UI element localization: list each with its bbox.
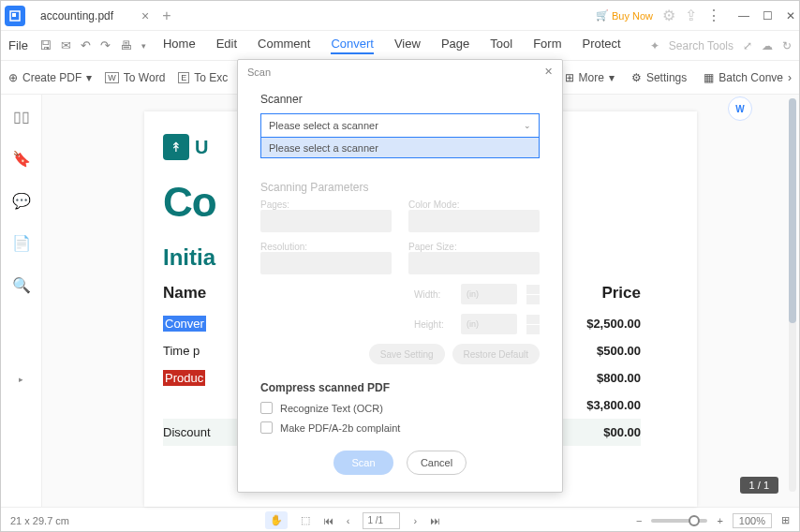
scanner-option[interactable]: Please select a scanner <box>260 138 540 158</box>
more-button[interactable]: ⊞ More ▾ <box>565 71 615 84</box>
ocr-label: Recognize Text (OCR) <box>280 403 383 414</box>
prev-page-icon[interactable]: ‹ <box>347 515 350 526</box>
chevron-down-icon: ⌄ <box>524 121 531 130</box>
bookmark-icon[interactable]: 🔖 <box>12 150 31 168</box>
doc-logo-text: U <box>195 137 208 158</box>
restore-default-button: Restore Default <box>452 344 540 364</box>
page-dimensions: 21 x 29.7 cm <box>10 515 69 526</box>
colormode-label: Color Mode: <box>408 200 540 210</box>
search-icon[interactable]: 🔍 <box>12 276 31 294</box>
menu-tool[interactable]: Tool <box>490 37 512 54</box>
attachment-icon[interactable]: 📄 <box>12 234 31 252</box>
fit-icon[interactable]: ⊞ <box>781 514 790 526</box>
scanner-label: Scanner <box>260 93 540 106</box>
height-label: Height: <box>414 319 452 330</box>
open-icon[interactable]: ⤢ <box>743 39 752 52</box>
search-tools[interactable]: Search Tools <box>669 39 733 52</box>
save-setting-button: Save Setting <box>369 344 445 364</box>
zoom-value[interactable]: 100% <box>733 513 772 528</box>
share-icon[interactable]: ⇪ <box>685 7 697 24</box>
menu-edit[interactable]: Edit <box>216 37 237 54</box>
magic-icon[interactable]: ✦ <box>650 39 659 52</box>
menu-page[interactable]: Page <box>441 37 469 54</box>
col-price: Price <box>601 284 641 303</box>
pdfa-label: Make PDF/A-2b complaint <box>280 422 400 434</box>
buy-now-link[interactable]: 🛒 Buy Now <box>596 9 653 22</box>
create-pdf-button[interactable]: ⊕ Create PDF ▾ <box>8 71 92 84</box>
to-excel-button[interactable]: E To Exc <box>178 71 228 84</box>
app-icon <box>5 6 25 26</box>
new-tab-button[interactable]: + <box>162 7 170 24</box>
height-input: (in) <box>461 314 517 334</box>
zoom-out-icon[interactable]: − <box>636 515 642 526</box>
comment-icon[interactable]: 💬 <box>12 192 31 210</box>
file-menu[interactable]: File <box>8 38 28 52</box>
papersize-label: Paper Size: <box>408 242 540 252</box>
zoom-in-icon[interactable]: + <box>717 515 722 526</box>
width-label: Width: <box>414 289 452 300</box>
redo-icon[interactable]: ↷ <box>100 38 111 52</box>
gift-icon[interactable]: ⚙ <box>662 7 675 24</box>
menu-form[interactable]: Form <box>533 37 561 54</box>
params-heading: Scanning Parameters <box>260 181 540 194</box>
doc-logo-icon: ↟ <box>163 134 189 160</box>
page-badge: 1 / 1 <box>740 477 778 494</box>
save-icon[interactable]: 🖫 <box>39 38 52 52</box>
undo-icon[interactable]: ↶ <box>81 38 91 52</box>
colormode-select <box>408 210 540 232</box>
tab-label: accounting.pdf <box>40 9 113 22</box>
expand-icon[interactable]: ▸ <box>19 375 23 384</box>
last-page-icon[interactable]: ⏭ <box>430 515 440 526</box>
menu-view[interactable]: View <box>394 37 421 54</box>
settings-button[interactable]: ⚙ Settings <box>631 71 687 84</box>
close-icon[interactable]: × <box>141 8 149 23</box>
kebab-icon[interactable]: ⋮ <box>706 7 721 24</box>
scroll-thumb[interactable] <box>789 98 796 323</box>
word-badge-icon[interactable]: W <box>728 96 752 121</box>
resolution-select <box>260 252 392 274</box>
pages-label: Pages: <box>260 200 392 210</box>
minimize-button[interactable]: — <box>738 9 749 22</box>
select-tool-icon[interactable]: ⬚ <box>301 514 310 526</box>
dialog-title: Scan <box>247 66 271 78</box>
batch-convert-button[interactable]: ▦ Batch Conve › <box>704 71 792 84</box>
hand-tool-icon[interactable]: ✋ <box>265 511 288 529</box>
vertical-scrollbar[interactable] <box>789 98 796 492</box>
menu-convert[interactable]: Convert <box>331 37 374 54</box>
dialog-close-icon[interactable]: ✕ <box>544 66 553 78</box>
thumbnails-icon[interactable]: ▯▯ <box>13 108 30 126</box>
cancel-button[interactable]: Cancel <box>407 451 467 475</box>
col-name: Name <box>163 284 206 303</box>
close-window-button[interactable]: ✕ <box>786 9 795 22</box>
resolution-label: Resolution: <box>260 242 392 252</box>
to-word-button[interactable]: W To Word <box>105 71 165 84</box>
svg-rect-1 <box>12 13 16 17</box>
mail-icon[interactable]: ✉ <box>61 38 71 52</box>
menu-home[interactable]: Home <box>163 37 196 54</box>
menu-protect[interactable]: Protect <box>582 37 620 54</box>
scanner-select[interactable]: Please select a scanner ⌄ <box>260 113 540 138</box>
menu-comment[interactable]: Comment <box>258 37 310 54</box>
pdfa-checkbox[interactable] <box>260 421 273 434</box>
cloud-icon[interactable]: ☁ <box>762 39 773 52</box>
zoom-knob[interactable] <box>689 515 700 526</box>
tab-document[interactable]: accounting.pdf × <box>33 4 156 28</box>
ocr-checkbox[interactable] <box>260 402 273 414</box>
compress-heading: Compress scanned PDF <box>260 381 540 394</box>
scan-dialog: Scan ✕ Scanner Please select a scanner ⌄… <box>237 59 563 493</box>
history-icon[interactable]: ↻ <box>782 39 792 52</box>
next-page-icon[interactable]: › <box>413 515 417 526</box>
print-icon[interactable]: 🖶 <box>120 38 132 52</box>
zoom-slider[interactable] <box>651 519 707 523</box>
width-input: (in) <box>461 284 517 304</box>
pages-select <box>260 210 392 232</box>
chevron-down-icon[interactable]: ▾ <box>141 41 146 51</box>
scan-button[interactable]: Scan <box>333 451 393 475</box>
first-page-icon[interactable]: ⏮ <box>323 515 333 526</box>
maximize-button[interactable]: ☐ <box>763 9 773 22</box>
papersize-select <box>408 252 540 274</box>
page-number-input[interactable]: 1 /1 <box>363 512 400 529</box>
